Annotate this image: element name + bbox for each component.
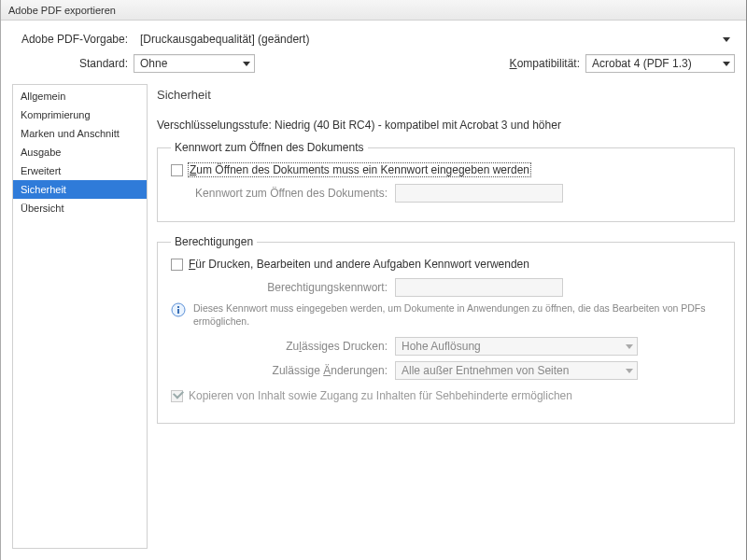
permissions-password-label: Berechtigungskennwort: [171,281,395,294]
svg-rect-1 [177,309,179,314]
chevron-down-icon [723,62,730,66]
panel-title: Sicherheit [157,88,735,102]
allowed-changes-label: Zulässige Änderungen: [171,364,395,377]
permissions-checkbox[interactable] [171,259,183,271]
content-panel: Sicherheit Verschlüsselungsstufe: Niedri… [157,84,735,549]
open-password-checkbox-label: Zum Öffnen des Dokuments muss ein Kennwo… [189,163,530,176]
compat-value: Acrobat 4 (PDF 1.3) [592,57,692,70]
compat-label: Kompatibilität: [510,57,580,70]
chevron-down-icon [626,344,633,349]
titlebar: Adobe PDF exportieren [1,0,746,21]
allowed-changes-value: Alle außer Entnehmen von Seiten [402,364,569,377]
standard-value: Ohne [140,57,167,70]
permissions-info-text: Dieses Kennwort muss eingegeben werden, … [193,302,721,328]
open-password-input[interactable] [395,184,563,203]
allowed-printing-label: Zulässiges Drucken: [171,340,395,353]
sidebar-item-komprimierung[interactable]: Komprimierung [13,105,147,124]
allowed-changes-select[interactable]: Alle außer Entnehmen von Seiten [395,361,638,380]
standard-label: Standard: [12,57,134,70]
body: Allgemein Komprimierung Marken und Ansch… [1,84,746,560]
chevron-down-icon [243,62,250,66]
preset-value: [Druckausgabequalität] (geändert) [140,33,309,46]
compat-select[interactable]: Acrobat 4 (PDF 1.3) [585,54,735,73]
sidebar-item-ausgabe[interactable]: Ausgabe [13,143,147,161]
open-password-legend: Kennwort zum Öffnen des Dokuments [171,141,368,154]
permissions-password-input[interactable] [395,278,563,297]
permissions-legend: Berechtigungen [171,235,257,248]
copy-access-label: Kopieren von Inhalt sowie Zugang zu Inha… [189,389,572,402]
chevron-down-icon [626,369,633,373]
preset-select[interactable]: [Druckausgabequalität] (geändert) [134,30,735,49]
sidebar-item-allgemein[interactable]: Allgemein [13,87,147,105]
allowed-printing-value: Hohe Auflösung [402,340,481,353]
preset-label: Adobe PDF-Vorgabe: [12,33,134,46]
sidebar-item-sicherheit[interactable]: Sicherheit [13,180,147,199]
export-pdf-dialog: Adobe PDF exportieren Adobe PDF-Vorgabe:… [0,0,747,560]
encryption-level: Verschlüsselungsstufe: Niedrig (40 Bit R… [157,119,735,132]
open-password-group: Kennwort zum Öffnen des Dokuments Zum Öf… [157,141,735,222]
sidebar-item-uebersicht[interactable]: Übersicht [13,199,147,217]
open-password-checkbox[interactable] [171,164,183,176]
sidebar-item-marken-anschnitt[interactable]: Marken und Anschnitt [13,124,147,143]
open-password-label: Kennwort zum Öffnen des Dokuments: [171,187,395,200]
sidebar: Allgemein Komprimierung Marken und Ansch… [12,84,148,549]
allowed-printing-select[interactable]: Hohe Auflösung [395,337,638,356]
permissions-group: Berechtigungen Für Drucken, Bearbeiten u… [157,235,735,424]
sidebar-item-erweitert[interactable]: Erweitert [13,161,147,180]
chevron-down-icon [723,37,730,42]
copy-access-checkbox [171,390,183,402]
info-icon [171,302,186,317]
svg-rect-2 [177,306,179,308]
top-options: Adobe PDF-Vorgabe: [Druckausgabequalität… [1,21,746,84]
standard-select[interactable]: Ohne [134,54,255,73]
permissions-checkbox-label: Für Drucken, Bearbeiten und andere Aufga… [189,258,529,271]
window-title: Adobe PDF exportieren [8,5,116,16]
